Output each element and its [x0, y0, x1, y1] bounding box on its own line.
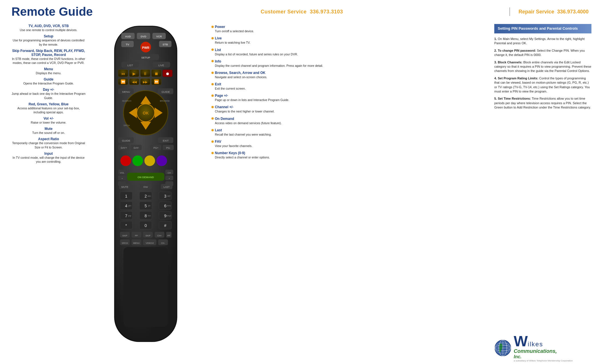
- svg-text:⏩: ⏩: [154, 79, 159, 84]
- svg-text:SKIP: SKIP: [145, 234, 151, 237]
- svg-text:VIDEO2: VIDEO2: [146, 242, 154, 244]
- remote-area: AUD DVD VCR TV PWR STB SETUP LIST LIVE ⏮: [89, 21, 203, 364]
- right-item-label-4: Browse, Search, Arrow and OK: [215, 71, 265, 75]
- customer-service-number: 336.973.3103: [310, 9, 343, 15]
- left-item-desc-9: Temporarily change the conversion mode f…: [11, 141, 86, 149]
- right-item-desc-8: Access video on demand services (future …: [215, 121, 486, 125]
- right-item-1: LiveReturn to watching live TV.: [211, 35, 486, 45]
- title-area: Remote Guide: [11, 5, 103, 18]
- left-item-desc-7: Raise or lower the volume.: [11, 120, 86, 124]
- left-annotations: TV, AUD, DVD, VCR, STBUse one remote to …: [0, 21, 89, 364]
- svg-text:LIVE: LIVE: [158, 64, 164, 67]
- svg-text:▶▶: ▶▶: [143, 80, 148, 84]
- left-item-10: InputIn TV control mode, will change the…: [11, 152, 86, 164]
- left-item-5: Day +/-Jump ahead or back one day in the…: [11, 88, 86, 100]
- right-item-6: Page +/-Page up or down in lists and Int…: [211, 93, 486, 102]
- left-item-label-7: Vol +/-: [11, 116, 86, 120]
- svg-text:PG+: PG+: [153, 146, 158, 149]
- dot-icon-7: [211, 106, 214, 108]
- svg-text:DAY+: DAY+: [121, 146, 127, 149]
- svg-text:⏪: ⏪: [121, 79, 126, 84]
- svg-text:def: def: [167, 195, 171, 197]
- left-item-label-2: Skip Forward, Skip Back, REW, PLAY, FFWD…: [11, 49, 86, 57]
- right-item-10: FAVView your favorite channels.: [211, 139, 486, 148]
- right-item-11: Number Keys (0-9)Directly select a chann…: [211, 150, 486, 159]
- right-item-8: On DemandAccess video on demand services…: [211, 116, 486, 125]
- svg-text:▶: ▶: [133, 71, 136, 76]
- svg-text:SRCH: SRCH: [122, 242, 128, 244]
- svg-text:1: 1: [125, 194, 127, 198]
- right-item-label-0: Power: [215, 25, 225, 29]
- pin-step-5: 5. Set Time Restrictions: Time Restricti…: [494, 96, 591, 110]
- pin-step-bold-1: To change PIN password:: [498, 49, 536, 52]
- left-item-desc-0: Use one remote to control multiple devic…: [11, 28, 86, 32]
- pin-steps: 1. On Main Menu, select My Settings. Arr…: [494, 37, 591, 112]
- left-item-label-5: Day +/-: [11, 88, 86, 92]
- svg-point-63: [120, 156, 131, 166]
- svg-text:2: 2: [145, 194, 147, 198]
- svg-text:⏮: ⏮: [121, 71, 125, 76]
- svg-text:SEARCH: SEARCH: [122, 100, 131, 102]
- left-item-label-1: Setup: [11, 34, 86, 38]
- pin-passwords-header: Setting PIN Passwords and Parental Contr…: [494, 24, 591, 33]
- globe-icon: [494, 339, 511, 357]
- dot-icon-8: [211, 117, 214, 120]
- svg-text:0: 0: [145, 223, 147, 228]
- step-num-1: 2.: [494, 49, 497, 52]
- svg-text:VOL: VOL: [120, 172, 125, 174]
- remote-image: AUD DVD VCR TV PWR STB SETUP LIST LIVE ⏮: [100, 24, 191, 344]
- left-item-desc-10: In TV control mode, will change the inpu…: [11, 156, 86, 164]
- right-item-desc-5: Exit the current screen.: [215, 87, 486, 91]
- svg-rect-137: [123, 247, 168, 327]
- svg-text:ON DEMAND: ON DEMAND: [137, 176, 154, 179]
- right-item-4: Browse, Search, Arrow and OKNavigate and…: [211, 70, 486, 79]
- logo-inc: Inc.: [514, 354, 573, 359]
- left-item-label-4: Guide: [11, 77, 86, 81]
- dot-icon-4: [211, 72, 214, 74]
- svg-text:#: #: [164, 223, 167, 228]
- svg-text:PG-: PG-: [166, 146, 171, 149]
- svg-point-64: [132, 156, 143, 166]
- right-item-desc-2: Display a list of recorded, future and s…: [215, 52, 486, 56]
- svg-text:PP: PP: [167, 234, 170, 237]
- svg-text:7: 7: [125, 214, 127, 218]
- left-item-desc-1: Use for programming sequences of devices…: [11, 38, 86, 46]
- dot-icon-9: [211, 129, 214, 131]
- svg-text:MENU: MENU: [133, 242, 140, 244]
- right-item-label-8: On Demand: [215, 117, 234, 121]
- svg-point-66: [156, 156, 167, 166]
- right-item-desc-4: Navigate and select on-screen choices.: [215, 75, 486, 79]
- right-item-desc-1: Return to watching live TV.: [215, 41, 486, 45]
- left-item-4: GuideOpens the Interactive Program Guide…: [11, 77, 86, 85]
- left-item-desc-4: Opens the Interactive Program Guide.: [11, 81, 86, 85]
- svg-text:ghi: ghi: [128, 205, 131, 207]
- header: Remote Guide Customer Service 336.973.31…: [0, 0, 600, 21]
- pin-step-3: 3. Block Channels: Block entire channels…: [494, 60, 591, 73]
- right-item-label-11: Number Keys (0-9): [215, 151, 245, 155]
- logo-ilkes: ilkes: [528, 341, 543, 347]
- right-item-3: InfoDisplay the current channel and prog…: [211, 59, 486, 68]
- svg-text:VCR: VCR: [156, 35, 162, 38]
- svg-text:LAST: LAST: [163, 186, 170, 188]
- right-item-desc-7: Changes to the next higher or lower chan…: [215, 109, 486, 113]
- svg-text:+: +: [169, 178, 170, 180]
- right-item-label-10: FAV: [215, 140, 221, 144]
- svg-text:MUTE: MUTE: [121, 186, 129, 188]
- right-item-label-9: Last: [215, 128, 222, 132]
- right-item-desc-6: Page up or down in lists and Interactive…: [215, 98, 486, 102]
- customer-service: Customer Service 336.973.3103: [103, 9, 501, 15]
- dot-icon-5: [211, 83, 214, 85]
- svg-text:TV: TV: [126, 43, 129, 46]
- left-item-desc-6: Access additional features on your set-t…: [11, 106, 86, 114]
- repair-service-number: 336.973.4000: [557, 9, 589, 15]
- step-num-3: 4.: [494, 77, 497, 80]
- pin-step-1: 1. On Main Menu, select My Settings. Arr…: [494, 37, 591, 46]
- dot-icon-3: [211, 60, 214, 62]
- svg-text:LIST: LIST: [127, 64, 133, 67]
- right-item-desc-10: View your favorite channels.: [215, 144, 486, 148]
- svg-text:EXIT: EXIT: [163, 139, 169, 142]
- svg-text:*: *: [125, 223, 127, 228]
- dot-icon-10: [211, 140, 214, 143]
- logo-w-letter: W: [514, 334, 528, 349]
- svg-text:OK: OK: [143, 111, 149, 116]
